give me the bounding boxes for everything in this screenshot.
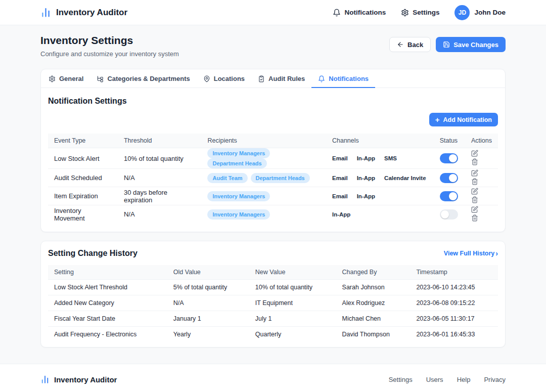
edit-button[interactable] xyxy=(471,188,478,196)
edit-button[interactable] xyxy=(471,169,478,178)
column-header-actions: Actions xyxy=(465,134,498,148)
edit-icon xyxy=(471,150,478,157)
view-full-history-label: View Full History xyxy=(444,250,495,257)
tab-label: Locations xyxy=(214,75,245,82)
channels-cell: EmailIn-App xyxy=(326,187,434,205)
edit-icon xyxy=(471,169,478,177)
tab-audit-rules[interactable]: Audit Rules xyxy=(251,69,311,88)
history-cell-timestamp: 2023-06-05 11:30:17 xyxy=(410,311,498,326)
notification-settings-title: Notification Settings xyxy=(48,97,498,106)
history-cell-setting: Low Stock Alert Threshold xyxy=(48,279,167,295)
threshold-cell: N/A xyxy=(118,169,202,187)
status-toggle[interactable] xyxy=(440,173,458,183)
threshold-cell: 30 days before expiration xyxy=(118,187,202,205)
event-type-cell: Low Stock Alert xyxy=(48,148,118,169)
status-toggle[interactable] xyxy=(440,209,458,220)
bar-chart-logo-icon xyxy=(40,7,51,18)
notification-row: Item Expiration 30 days before expiratio… xyxy=(48,187,498,205)
column-header-threshold: Threshold xyxy=(118,134,202,148)
column-header-event-type: Event Type xyxy=(48,134,118,148)
tree-icon xyxy=(97,75,104,82)
view-full-history-link[interactable]: View Full History › xyxy=(444,250,498,257)
channel-label: Email xyxy=(332,193,348,199)
add-notification-label: Add Notification xyxy=(443,116,492,123)
edit-icon xyxy=(471,188,478,195)
page-title: Inventory Settings xyxy=(40,34,179,47)
page-subtitle: Configure and customize your inventory s… xyxy=(40,50,179,58)
add-notification-button[interactable]: + Add Notification xyxy=(429,113,498,126)
footer-link-privacy[interactable]: Privacy xyxy=(484,376,506,383)
history-table-header: SettingOld ValueNew ValueChanged ByTimes… xyxy=(48,265,498,280)
channel-label: In-App xyxy=(357,175,375,181)
footer-link-help[interactable]: Help xyxy=(457,376,471,383)
footer-link-settings[interactable]: Settings xyxy=(389,376,413,383)
bar-chart-logo-icon xyxy=(40,375,50,384)
footer-link-users[interactable]: Users xyxy=(426,376,443,383)
nav-settings[interactable]: Settings xyxy=(401,9,439,17)
app-brand: Inventory Auditor xyxy=(40,7,127,18)
chevron-right-icon: › xyxy=(495,250,498,257)
status-toggle[interactable] xyxy=(440,191,458,201)
user-menu[interactable]: JD John Doe xyxy=(454,5,506,20)
column-header-setting: Setting xyxy=(48,265,167,280)
history-cell-new-value: IT Equipment xyxy=(249,295,336,311)
channel-label: Email xyxy=(332,155,348,161)
page-actions: Back Save Changes xyxy=(389,37,506,52)
delete-button[interactable] xyxy=(471,178,478,187)
notification-row: Audit Scheduled N/A Audit TeamDepartment… xyxy=(48,169,498,187)
edit-icon xyxy=(471,206,478,213)
footer: Inventory Auditor SettingsUsersHelpPriva… xyxy=(0,364,546,392)
tab-general[interactable]: General xyxy=(42,69,90,88)
notification-row: Inventory Movement N/A Inventory Manager… xyxy=(48,205,498,224)
toggle-knob xyxy=(441,210,449,219)
event-type-cell: Inventory Movement xyxy=(48,205,118,224)
nav-notifications[interactable]: Notifications xyxy=(333,9,386,17)
history-cell-new-value: July 1 xyxy=(249,311,336,326)
delete-button[interactable] xyxy=(471,158,478,167)
actions-cell xyxy=(465,148,498,169)
footer-brand-label: Inventory Auditor xyxy=(54,375,117,384)
tab-locations[interactable]: Locations xyxy=(197,69,251,88)
tab-label: Categories & Departments xyxy=(107,75,190,82)
notifications-table: Event TypeThresholdRecipientsChannelsSta… xyxy=(48,134,498,224)
app-title: Inventory Auditor xyxy=(56,8,127,18)
settings-card: GeneralCategories & DepartmentsLocations… xyxy=(40,69,506,232)
recipient-badge: Department Heads xyxy=(251,173,310,183)
nav-settings-label: Settings xyxy=(413,9,439,16)
recipients-cell: Audit TeamDepartment Heads xyxy=(201,169,326,187)
history-card: Setting Change History View Full History… xyxy=(40,241,506,348)
history-row: Added New CategoryN/AIT EquipmentAlex Ro… xyxy=(48,295,498,311)
delete-button[interactable] xyxy=(471,214,478,223)
recipients-cell: Inventory Managers xyxy=(201,205,326,224)
plus-icon: + xyxy=(435,116,440,123)
edit-button[interactable] xyxy=(471,206,478,214)
back-button[interactable]: Back xyxy=(389,37,431,52)
threshold-cell: N/A xyxy=(118,205,202,224)
history-cell-changed-by: David Thompson xyxy=(336,326,411,342)
status-toggle[interactable] xyxy=(440,153,458,163)
save-icon xyxy=(443,41,450,48)
history-row: Fiscal Year Start DateJanuary 1July 1Mic… xyxy=(48,311,498,326)
gear-icon xyxy=(49,75,56,82)
history-cell-old-value: Yearly xyxy=(167,326,249,342)
delete-button[interactable] xyxy=(471,196,478,205)
history-cell-old-value: January 1 xyxy=(167,311,249,326)
tab-categories-departments[interactable]: Categories & Departments xyxy=(90,69,196,88)
avatar: JD xyxy=(454,5,470,20)
pin-icon xyxy=(203,75,210,82)
toggle-knob xyxy=(449,192,457,200)
history-table: SettingOld ValueNew ValueChanged ByTimes… xyxy=(48,265,498,342)
gear-icon xyxy=(401,9,409,17)
history-table-body: Low Stock Alert Threshold5% of total qua… xyxy=(48,279,498,342)
event-type-cell: Item Expiration xyxy=(48,187,118,205)
save-changes-button[interactable]: Save Changes xyxy=(436,37,506,52)
tab-bar: GeneralCategories & DepartmentsLocations… xyxy=(41,69,505,88)
threshold-cell: 10% of total quantity xyxy=(118,148,202,169)
status-cell xyxy=(434,169,465,187)
tab-notifications[interactable]: Notifications xyxy=(311,69,375,88)
toggle-knob xyxy=(449,174,457,182)
recipient-badge: Inventory Managers xyxy=(207,209,270,220)
notification-row: Low Stock Alert 10% of total quantity In… xyxy=(48,148,498,169)
nav-right: Notifications Settings JD John Doe xyxy=(333,5,506,20)
edit-button[interactable] xyxy=(471,150,478,158)
